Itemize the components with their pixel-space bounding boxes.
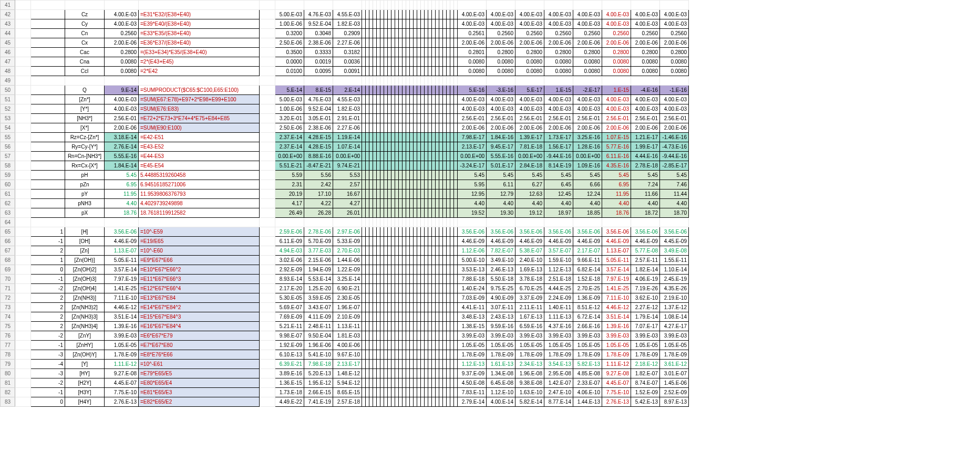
cell[interactable]: 2.00.E-06 xyxy=(602,123,631,133)
cell[interactable]: Cac xyxy=(65,48,105,57)
cell[interactable]: 3.56.E-06 xyxy=(602,227,631,237)
cell[interactable]: 2.00.E-06 xyxy=(544,38,573,48)
cell[interactable] xyxy=(31,95,65,104)
cell[interactable]: 1.41.E-25 xyxy=(105,284,139,293)
cell[interactable] xyxy=(399,312,403,322)
cell[interactable]: 5.42.E-13 xyxy=(631,397,660,407)
cell[interactable]: -2.E-17 xyxy=(573,86,602,95)
cell[interactable] xyxy=(377,57,380,67)
cell[interactable] xyxy=(406,171,410,180)
cell[interactable]: 0.0095 xyxy=(304,67,333,76)
cell[interactable] xyxy=(399,369,403,378)
cell[interactable]: 2.00.E-06 xyxy=(573,123,602,133)
cell[interactable] xyxy=(487,218,515,227)
cell[interactable] xyxy=(450,246,454,256)
cell[interactable] xyxy=(388,86,391,95)
cell[interactable]: 9.27.E-08 xyxy=(105,369,139,378)
cell[interactable]: 4.90.E-09 xyxy=(487,293,515,303)
cell[interactable] xyxy=(373,369,377,378)
cell[interactable] xyxy=(366,189,369,199)
cell[interactable] xyxy=(384,397,388,407)
cell[interactable] xyxy=(377,350,380,360)
cell[interactable]: 4.00.E-03 xyxy=(544,10,573,19)
cell[interactable] xyxy=(432,218,436,227)
cell[interactable] xyxy=(380,341,384,350)
cell[interactable] xyxy=(377,38,380,48)
cell[interactable]: 9.52.E-04 xyxy=(304,104,333,114)
cell[interactable] xyxy=(399,180,403,189)
cell[interactable] xyxy=(421,180,425,189)
cell[interactable]: 1.78.E-09 xyxy=(105,350,139,360)
cell[interactable]: 3.51.E-14 xyxy=(105,312,139,322)
cell[interactable] xyxy=(369,360,373,369)
cell[interactable]: =10^-E59 xyxy=(139,227,260,237)
cell[interactable]: 5.69.E-07 xyxy=(275,303,304,312)
cell[interactable] xyxy=(369,142,373,152)
cell[interactable] xyxy=(369,369,373,378)
cell[interactable] xyxy=(450,1,454,10)
cell[interactable]: 7.69.E-09 xyxy=(275,312,304,322)
cell[interactable] xyxy=(421,133,425,142)
cell[interactable] xyxy=(399,123,403,133)
cell[interactable] xyxy=(377,67,380,76)
cell[interactable]: [H2Y] xyxy=(65,378,105,388)
cell[interactable] xyxy=(369,199,373,208)
cell[interactable] xyxy=(139,76,260,86)
cell[interactable] xyxy=(388,10,391,19)
cell[interactable] xyxy=(443,237,447,246)
cell[interactable] xyxy=(425,256,428,265)
cell[interactable] xyxy=(373,67,377,76)
cell[interactable] xyxy=(380,388,384,397)
cell[interactable] xyxy=(260,1,275,10)
cell[interactable]: [OH] xyxy=(65,237,105,246)
cell[interactable] xyxy=(384,67,388,76)
cell[interactable]: 1.37.E-12 xyxy=(660,303,689,312)
cell[interactable] xyxy=(428,19,432,29)
cell[interactable] xyxy=(403,57,406,67)
cell[interactable]: 2.00.E-06 xyxy=(631,38,660,48)
cell[interactable]: 3.62.E-10 xyxy=(631,293,660,303)
cell[interactable] xyxy=(260,161,275,171)
cell[interactable]: 2.56.E-01 xyxy=(660,114,689,123)
cell[interactable] xyxy=(362,171,366,180)
cell[interactable]: =E13*E67*E84 xyxy=(139,293,260,303)
cell[interactable] xyxy=(436,1,439,10)
cell[interactable]: 1.07.E-15 xyxy=(602,133,631,142)
cell[interactable] xyxy=(410,397,414,407)
cell[interactable]: 2 xyxy=(31,312,65,322)
cell[interactable] xyxy=(421,67,425,76)
cell[interactable] xyxy=(414,360,417,369)
cell[interactable] xyxy=(15,350,31,360)
cell[interactable]: 5.E-17 xyxy=(515,86,544,95)
cell[interactable] xyxy=(414,312,417,322)
cell[interactable] xyxy=(425,265,428,275)
cell[interactable] xyxy=(399,303,403,312)
cell[interactable]: 2.00.E-06 xyxy=(105,38,139,48)
cell[interactable]: 1.39.E-17 xyxy=(515,133,544,142)
cell[interactable] xyxy=(15,67,31,76)
cell[interactable] xyxy=(399,199,403,208)
cell[interactable] xyxy=(421,275,425,284)
row-header[interactable]: 78 xyxy=(1,350,15,360)
cell[interactable] xyxy=(403,246,406,256)
cell[interactable]: =E81*E65/E3 xyxy=(139,388,260,397)
cell[interactable] xyxy=(366,284,369,293)
cell[interactable] xyxy=(15,1,31,10)
cell[interactable]: 4.55.E-03 xyxy=(333,95,362,104)
cell[interactable] xyxy=(432,246,436,256)
cell[interactable] xyxy=(428,171,432,180)
cell[interactable] xyxy=(447,246,450,256)
cell[interactable] xyxy=(384,275,388,284)
cell[interactable] xyxy=(260,378,275,388)
cell[interactable]: 2.43.E-13 xyxy=(487,312,515,322)
cell[interactable] xyxy=(388,293,391,303)
cell[interactable] xyxy=(384,180,388,189)
cell[interactable]: 3.99.E-03 xyxy=(515,331,544,341)
cell[interactable] xyxy=(403,208,406,218)
cell[interactable] xyxy=(388,161,391,171)
cell[interactable]: 2.18.E-12 xyxy=(631,360,660,369)
cell[interactable]: =10^-E61 xyxy=(139,360,260,369)
cell[interactable]: 2.00.E-06 xyxy=(458,123,487,133)
cell[interactable] xyxy=(414,208,417,218)
cell[interactable] xyxy=(399,48,403,57)
